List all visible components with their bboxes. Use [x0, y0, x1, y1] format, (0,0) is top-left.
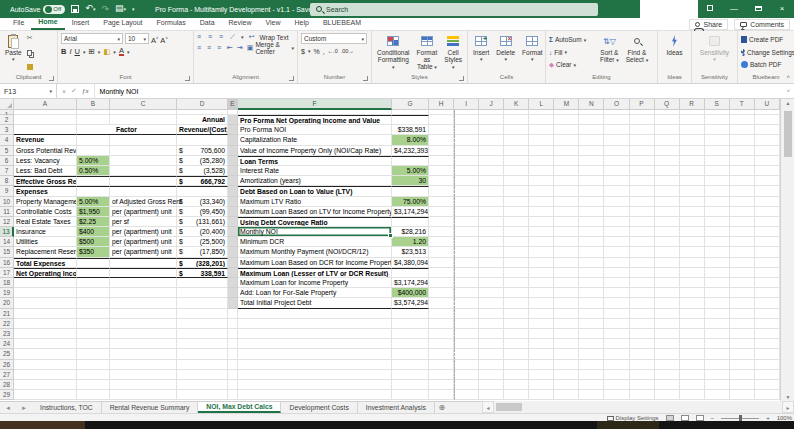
cell-O3[interactable]	[604, 125, 629, 135]
cell-K15[interactable]	[504, 247, 529, 257]
row-header-4[interactable]: 4	[0, 135, 14, 145]
cell-T19[interactable]	[730, 288, 755, 298]
cell-C24[interactable]	[110, 339, 177, 349]
cell-S20[interactable]	[705, 298, 730, 308]
cell-M21[interactable]	[554, 309, 579, 319]
cell-E12[interactable]	[228, 217, 238, 227]
cell-N23[interactable]	[579, 329, 604, 339]
cell-O16[interactable]	[604, 258, 629, 268]
cell-E10[interactable]	[228, 197, 238, 207]
cell-M19[interactable]	[554, 288, 579, 298]
cell-K18[interactable]	[504, 278, 529, 288]
cell-L17[interactable]	[529, 268, 554, 278]
cell-U21[interactable]	[755, 309, 780, 319]
number-dialog-launcher-icon[interactable]	[363, 76, 368, 81]
cell-E5[interactable]	[228, 146, 238, 156]
cell-O14[interactable]	[604, 237, 629, 247]
cell-H16[interactable]	[429, 258, 454, 268]
vertical-scrollbar[interactable]: ▲ ▼	[780, 99, 794, 401]
ideas-button[interactable]: Ideas	[665, 33, 685, 57]
cell-K26[interactable]	[504, 360, 529, 370]
cell-K14[interactable]	[504, 237, 529, 247]
cell-E13[interactable]	[228, 227, 238, 237]
cell-N17[interactable]	[579, 268, 604, 278]
cell-R11[interactable]	[680, 207, 705, 217]
cell-G28[interactable]	[392, 380, 429, 390]
cell-K24[interactable]	[504, 339, 529, 349]
copy-icon[interactable]	[27, 50, 32, 56]
cell-O24[interactable]	[604, 339, 629, 349]
cell-L25[interactable]	[529, 349, 554, 359]
cell-D4[interactable]	[177, 135, 228, 145]
cell-U10[interactable]	[755, 197, 780, 207]
cell-N2[interactable]	[579, 115, 604, 125]
clipboard-dialog-launcher-icon[interactable]	[49, 76, 54, 81]
cell-J19[interactable]	[479, 288, 504, 298]
cell-K7[interactable]	[504, 166, 529, 176]
cell-J8[interactable]	[479, 176, 504, 186]
minimize-icon[interactable]: —	[729, 5, 739, 13]
column-header-H[interactable]: H	[429, 99, 454, 110]
cell-A3[interactable]	[14, 125, 77, 135]
cell-K29[interactable]	[504, 390, 529, 400]
cell-K19[interactable]	[504, 288, 529, 298]
cell-S21[interactable]	[705, 309, 730, 319]
cell-A19[interactable]	[14, 288, 77, 298]
cell-I3[interactable]	[454, 125, 479, 135]
save-icon[interactable]	[71, 5, 79, 13]
cell-P2[interactable]	[630, 115, 655, 125]
row-header-12[interactable]: 12	[0, 217, 14, 227]
column-header-P[interactable]: P	[630, 99, 655, 110]
cell-O27[interactable]	[604, 370, 629, 380]
cell-I5[interactable]	[454, 146, 479, 156]
align-bottom-icon[interactable]: ≡	[219, 33, 228, 41]
cell-M5[interactable]	[554, 146, 579, 156]
row-header-18[interactable]: 18	[0, 278, 14, 288]
shrink-font-icon[interactable]: A˅	[160, 33, 167, 45]
cell-T4[interactable]	[730, 135, 755, 145]
cell-O9[interactable]	[604, 186, 629, 196]
cell-U8[interactable]	[755, 176, 780, 186]
collapse-ribbon-icon[interactable]: ˄	[786, 74, 790, 80]
cell-P24[interactable]	[630, 339, 655, 349]
cell-U19[interactable]	[755, 288, 780, 298]
cell-K13[interactable]	[504, 227, 529, 237]
cell-E2[interactable]	[228, 115, 238, 125]
cell-O8[interactable]	[604, 176, 629, 186]
autosave-toggle[interactable]: AutoSave Off	[10, 5, 65, 14]
cell-S4[interactable]	[705, 135, 730, 145]
grow-font-icon[interactable]: A˄	[151, 33, 158, 45]
cell-E28[interactable]	[228, 380, 238, 390]
cell-H9[interactable]	[429, 186, 454, 196]
column-header-I[interactable]: I	[454, 99, 479, 110]
cell-U7[interactable]	[755, 166, 780, 176]
scroll-left-icon[interactable]: ◂	[482, 401, 494, 413]
autosum-button[interactable]: ΣAutoSum▾	[549, 34, 595, 45]
cell-N6[interactable]	[579, 156, 604, 166]
cell-F26[interactable]	[238, 360, 392, 370]
cell-C23[interactable]	[110, 329, 177, 339]
column-header-T[interactable]: T	[730, 99, 755, 110]
cell-J18[interactable]	[479, 278, 504, 288]
percent-style-icon[interactable]: %	[313, 48, 319, 55]
cell-Q2[interactable]	[655, 115, 680, 125]
format-cells-button[interactable]: Format▾	[520, 33, 545, 64]
cell-H15[interactable]	[429, 247, 454, 257]
cell-P19[interactable]	[630, 288, 655, 298]
cell-F20[interactable]: Total Initial Project Debt	[238, 298, 392, 308]
cell-S14[interactable]	[705, 237, 730, 247]
column-header-D[interactable]: D	[177, 99, 228, 110]
cell-G2[interactable]	[392, 115, 429, 125]
cell-T28[interactable]	[730, 380, 755, 390]
cell-G17[interactable]	[392, 268, 429, 278]
cell-P14[interactable]	[630, 237, 655, 247]
sheet-tab-noi-max-debt-calcs[interactable]: NOI, Max Debt Calcs	[198, 402, 281, 413]
row-header-25[interactable]: 25	[0, 349, 14, 359]
row-header-24[interactable]: 24	[0, 339, 14, 349]
cell-B4[interactable]	[77, 135, 110, 145]
row-header-21[interactable]: 21	[0, 309, 14, 319]
row-header-16[interactable]: 16	[0, 258, 14, 268]
cell-T26[interactable]	[730, 360, 755, 370]
cell-E17[interactable]	[228, 268, 238, 278]
zoom-slider[interactable]	[721, 418, 759, 419]
